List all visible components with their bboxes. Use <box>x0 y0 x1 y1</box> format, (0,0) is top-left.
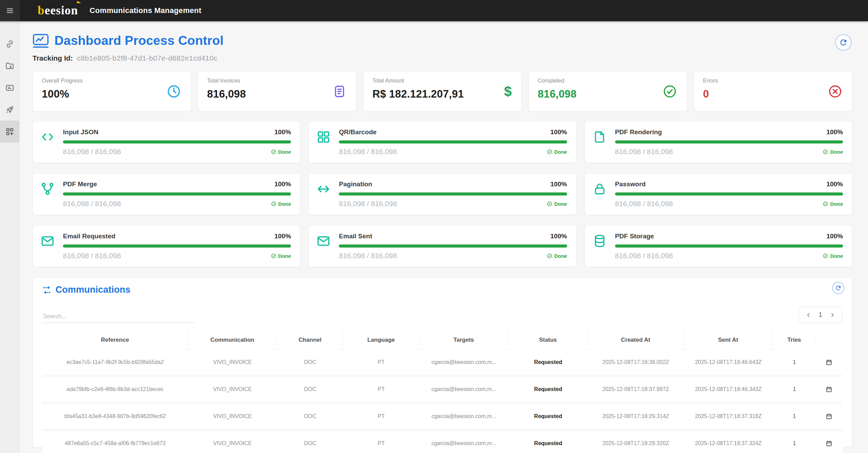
app-title: Communications Management <box>90 6 202 15</box>
arrows-horizontal-icon <box>316 180 332 208</box>
column-header[interactable]: Targets <box>419 330 509 350</box>
process-title: Password <box>615 180 646 188</box>
process-grid: Input JSON100% 816,098 / 816,098 Done QR… <box>33 121 852 267</box>
current-page[interactable]: 1 <box>819 311 822 318</box>
chevron-right-icon[interactable] <box>830 312 835 318</box>
column-header[interactable]: Language <box>343 330 419 350</box>
cell-created-at: 2025-12-08T17:18:29.314Z <box>588 404 684 428</box>
progress-bar <box>615 140 843 143</box>
chevron-left-icon[interactable] <box>806 312 811 318</box>
cell-reference: 487e6a55-c5c7-458a-af06-fb779ec1e673 <box>42 431 188 453</box>
process-card-pdf-merge: PDF Merge100% 816,098 / 816,098 Done <box>33 173 300 215</box>
page-header: Dashboard Process Control <box>33 34 852 48</box>
sidebar <box>0 21 20 453</box>
table-row[interactable]: 487e6a55-c5c7-458a-af06-fb779ec1e673 VIV… <box>42 431 842 453</box>
dollar-icon: $ <box>504 85 512 98</box>
done-badge: Done <box>547 253 567 259</box>
process-count: 816,098 / 816,098 <box>615 200 673 208</box>
cell-channel: DOC <box>277 350 343 374</box>
column-header[interactable]: Status <box>509 330 588 350</box>
qr-icon <box>316 128 332 156</box>
process-count: 816,098 / 816,098 <box>63 200 121 208</box>
stat-label: Errors <box>703 78 843 84</box>
sidebar-item-dashboard[interactable] <box>0 121 20 142</box>
process-count: 816,098 / 816,098 <box>339 200 397 208</box>
exchange-icon <box>42 286 51 294</box>
cell-tries: 1 <box>773 377 816 401</box>
table-header-row: Reference Communication Channel Language… <box>42 330 842 350</box>
check-circle-icon <box>271 201 276 206</box>
brand-logo[interactable]: beesion <box>38 4 78 17</box>
hamburger-icon <box>6 7 14 15</box>
calendar-icon[interactable] <box>816 404 842 429</box>
process-title: PDF Rendering <box>615 128 662 136</box>
table-row[interactable]: ec3ae7c5-11a7-9b2f-9c5b-b928fa55da2 VIVO… <box>42 350 842 377</box>
refresh-icon <box>839 38 848 47</box>
cell-tries: 1 <box>773 431 816 453</box>
cell-communication: VIVO_INVOICE <box>188 350 277 374</box>
process-card-password: Password100% 816,098 / 816,098 Done <box>585 173 852 215</box>
column-header-actions <box>816 334 842 346</box>
cell-targets: cgarcia@beesion.com,m... <box>419 431 509 453</box>
calendar-icon[interactable] <box>816 377 842 402</box>
column-header[interactable]: Communication <box>188 330 277 350</box>
process-count: 816,098 / 816,098 <box>63 148 121 156</box>
check-circle-icon <box>823 253 828 259</box>
cell-created-at: 2025-12-08T17:18:37.997Z <box>588 377 684 401</box>
process-count: 816,098 / 816,098 <box>63 252 121 260</box>
stat-card-errors: Errors 0 <box>694 71 852 112</box>
table-row[interactable]: bfa45a31-b3e8-4348-907b-8d59620fec62 VIV… <box>42 404 842 431</box>
sidebar-item-links[interactable] <box>0 33 20 55</box>
cell-channel: DOC <box>277 404 343 428</box>
cell-status: Requested <box>509 404 588 428</box>
progress-bar <box>615 192 843 196</box>
process-title: Email Requested <box>63 232 115 240</box>
process-title: Email Sent <box>339 232 372 240</box>
tracking-label: Tracking Id: <box>33 54 73 62</box>
cell-targets: cgarcia@beesion.com,m... <box>419 377 509 401</box>
cell-communication: VIVO_INVOICE <box>188 377 277 401</box>
top-bar: beesion Communications Management <box>0 0 868 21</box>
column-header[interactable]: Tries <box>773 330 816 350</box>
page-title: Dashboard Process Control <box>54 34 224 48</box>
cell-created-at: 2025-12-08T17:18:38.002Z <box>588 350 684 374</box>
process-title: PDF Storage <box>615 232 654 240</box>
calendar-icon[interactable] <box>816 431 842 453</box>
calendar-icon[interactable] <box>816 350 842 375</box>
menu-button[interactable] <box>0 0 20 21</box>
table-row[interactable]: ada79bfb-c2e8-4f6b-8b3d-acc121becec VIVO… <box>42 377 842 404</box>
cell-reference: ada79bfb-c2e8-4f6b-8b3d-acc121becec <box>42 377 188 401</box>
page-refresh-button[interactable] <box>835 34 852 51</box>
communications-table: Reference Communication Channel Language… <box>42 330 842 453</box>
search-input[interactable] <box>42 310 195 323</box>
process-count: 816,098 / 816,098 <box>339 148 397 156</box>
mail-icon <box>40 232 56 260</box>
stat-label: Completed <box>538 78 678 84</box>
check-circle-icon <box>547 149 552 154</box>
progress-bar <box>339 140 567 143</box>
column-header[interactable]: Sent At <box>684 330 773 350</box>
check-circle-icon <box>271 149 276 154</box>
cell-tries: 1 <box>773 404 816 428</box>
column-header[interactable]: Channel <box>277 330 343 350</box>
sidebar-item-documents[interactable] <box>0 55 20 77</box>
cell-sent-at: 2025-12-08T17:18:37.324Z <box>684 431 773 453</box>
cell-language: PT <box>343 404 419 428</box>
process-title: PDF Merge <box>63 180 97 188</box>
sidebar-item-cards[interactable] <box>0 77 20 99</box>
sidebar-item-launch[interactable] <box>0 99 20 121</box>
cell-sent-at: 2025-12-08T17:18:46.343Z <box>684 377 773 401</box>
check-circle-icon <box>823 149 828 154</box>
process-title: Input JSON <box>63 128 98 136</box>
mail-icon <box>316 232 332 260</box>
stat-label: Total Invoices <box>207 78 347 84</box>
progress-bar <box>63 192 291 196</box>
communications-refresh-button[interactable] <box>832 282 844 294</box>
column-header[interactable]: Created At <box>588 330 684 350</box>
column-header[interactable]: Reference <box>42 330 188 350</box>
process-count: 816,098 / 816,098 <box>615 252 673 260</box>
refresh-icon <box>835 285 842 291</box>
process-percent: 100% <box>550 232 567 240</box>
stat-card-completed: Completed 816,098 <box>528 71 687 112</box>
check-circle-icon <box>271 253 276 259</box>
